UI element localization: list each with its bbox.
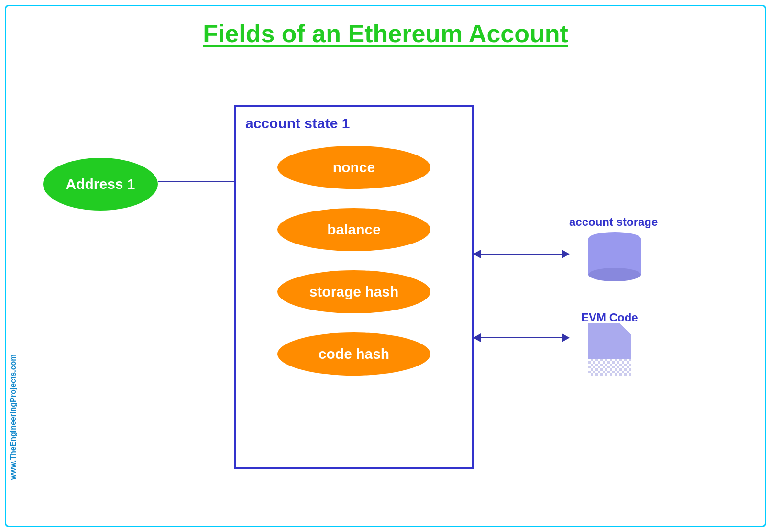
nonce-label: nonce xyxy=(333,159,375,176)
balance-label: balance xyxy=(327,222,381,238)
doc-body xyxy=(588,323,631,376)
doc-corner xyxy=(619,323,631,335)
watermark-text: www.TheEngineeringProjects.com xyxy=(9,354,18,480)
nonce-oval: nonce xyxy=(277,146,430,189)
account-state-box: account state 1 nonce balance storage ha… xyxy=(234,105,474,469)
code-hash-oval: code hash xyxy=(277,332,430,376)
balance-oval: balance xyxy=(277,208,430,251)
cylinder-bottom xyxy=(588,268,641,281)
diagram-area: Address 1 account state 1 nonce balance … xyxy=(0,67,771,532)
code-hash-arrow xyxy=(474,337,569,338)
address-oval: Address 1 xyxy=(43,158,158,211)
address-to-box-arrow xyxy=(158,181,244,182)
address-label: Address 1 xyxy=(66,176,135,192)
account-state-title: account state 1 xyxy=(236,107,472,132)
storage-hash-oval: storage hash xyxy=(277,270,430,313)
code-hash-label: code hash xyxy=(319,346,389,362)
evm-code-label: EVM Code xyxy=(581,311,638,324)
account-storage-label: account storage xyxy=(569,215,658,229)
storage-cylinder-icon xyxy=(588,232,641,280)
evm-code-document-icon xyxy=(588,323,631,376)
doc-pattern xyxy=(588,359,631,376)
fields-container: nonce balance storage hash code hash xyxy=(236,132,472,376)
storage-hash-label: storage hash xyxy=(309,284,399,300)
storage-hash-arrow xyxy=(474,254,569,255)
